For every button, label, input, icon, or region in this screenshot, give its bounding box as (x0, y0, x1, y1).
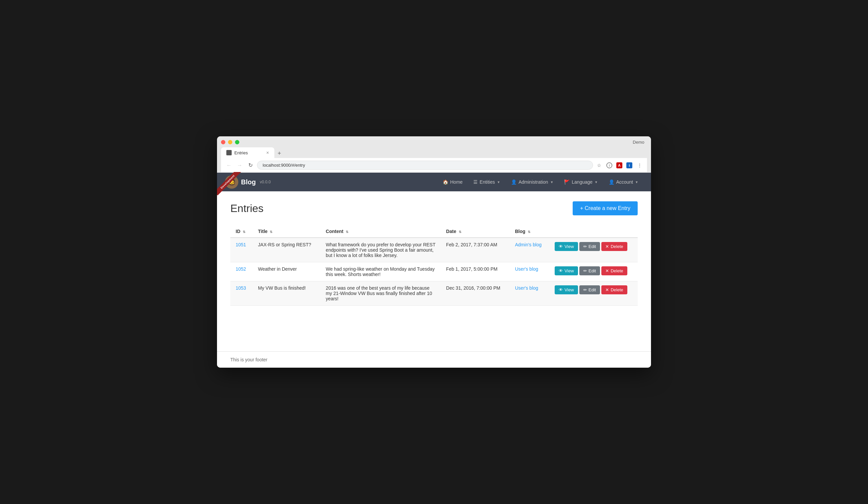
blog-link-0[interactable]: Admin's blog (515, 242, 542, 247)
col-date[interactable]: Date ⇅ (441, 225, 510, 238)
cell-date-2: Dec 31, 2016, 7:00:00 PM (441, 281, 510, 306)
nav-account[interactable]: 👤 Account ▼ (604, 177, 643, 187)
menu-icon[interactable]: ⋮ (636, 162, 643, 169)
entities-caret: ▼ (497, 180, 500, 184)
cell-blog-0: Admin's blog (510, 238, 549, 262)
toolbar-icons: ☆ i A i ⋮ (596, 162, 643, 169)
app-content: Development 🧔 Blog v0.0.0 🏠 Home ☰ Entit… (217, 173, 651, 368)
close-dot[interactable] (221, 140, 225, 144)
entities-icon: ☰ (473, 179, 478, 185)
active-tab[interactable]: Entries × (221, 147, 274, 158)
sort-content-icon: ⇅ (346, 230, 348, 234)
navbar-logo: 🧔 (225, 175, 238, 189)
nav-home-label: Home (450, 179, 463, 185)
entries-table: ID ⇅ Title ⇅ Content ⇅ Date (230, 225, 638, 306)
page-header: Entries + Create a new Entry (230, 201, 638, 215)
cell-blog-1: User's blog (510, 262, 549, 281)
eye-icon: 👁 (559, 287, 563, 292)
back-button[interactable]: ← (225, 161, 233, 169)
col-actions (549, 225, 638, 238)
cell-blog-2: User's blog (510, 281, 549, 306)
sort-date-icon: ⇅ (459, 230, 461, 234)
administration-icon: 👤 (511, 179, 517, 185)
address-bar: ← → ↻ ☆ i A i ⋮ (221, 158, 647, 173)
administration-caret: ▼ (550, 180, 553, 184)
edit-button-2[interactable]: ✏ Edit (579, 285, 600, 294)
delete-button-2[interactable]: ✕ Delete (601, 285, 627, 294)
entry-id-link-2[interactable]: 1053 (236, 285, 246, 291)
info-icon[interactable]: i (606, 162, 612, 168)
edit-button-1[interactable]: ✏ Edit (579, 266, 600, 275)
col-content[interactable]: Content ⇅ (320, 225, 441, 238)
star-icon[interactable]: ☆ (596, 162, 602, 169)
refresh-button[interactable]: ↻ (246, 161, 254, 169)
demo-label: Demo (633, 140, 644, 145)
cell-actions-0: 👁 View ✏ Edit ✕ Delete (549, 238, 638, 262)
delete-button-0[interactable]: ✕ Delete (601, 242, 627, 251)
page-title: Entries (230, 202, 264, 215)
eye-icon: 👁 (559, 268, 563, 273)
footer-text: This is your footer (230, 357, 267, 362)
edit-button-0[interactable]: ✏ Edit (579, 242, 600, 251)
language-caret: ▼ (595, 180, 598, 184)
address-input[interactable] (257, 161, 593, 170)
cell-date-0: Feb 2, 2017, 7:37:00 AM (441, 238, 510, 262)
x-icon: ✕ (605, 268, 609, 273)
blog-link-2[interactable]: User's blog (515, 285, 538, 291)
cell-actions-2: 👁 View ✏ Edit ✕ Delete (549, 281, 638, 306)
view-button-2[interactable]: 👁 View (555, 285, 578, 294)
forward-button[interactable]: → (236, 161, 244, 169)
cell-date-1: Feb 1, 2017, 5:00:00 PM (441, 262, 510, 281)
tab-close-button[interactable]: × (266, 150, 269, 155)
cell-id-2: 1053 (230, 281, 253, 306)
blog-link-1[interactable]: User's blog (515, 266, 538, 272)
nav-administration-label: Administration (519, 179, 548, 185)
browser-chrome: Demo Entries × + ← → ↻ ☆ i A i ⋮ (217, 136, 651, 173)
delete-button-1[interactable]: ✕ Delete (601, 266, 627, 275)
table-row: 1053 My VW Bus is finished! 2016 was one… (230, 281, 638, 306)
nav-entities-label: Entities (480, 179, 495, 185)
tab-title: Entries (234, 150, 248, 155)
actions-cell-0: 👁 View ✏ Edit ✕ Delete (555, 242, 632, 251)
account-caret: ▼ (635, 180, 638, 184)
browser-window: Demo Entries × + ← → ↻ ☆ i A i ⋮ (217, 136, 651, 368)
brand-version: v0.0.0 (260, 180, 271, 184)
sort-id-icon: ⇅ (243, 230, 245, 234)
navbar-nav: 🏠 Home ☰ Entities ▼ 👤 Administration ▼ 🚩… (438, 177, 643, 187)
app-footer: This is your footer (217, 351, 651, 368)
cell-actions-1: 👁 View ✏ Edit ✕ Delete (549, 262, 638, 281)
nav-entities[interactable]: ☰ Entities ▼ (469, 177, 505, 187)
table-row: 1051 JAX-RS or Spring REST? What framewo… (230, 238, 638, 262)
new-tab-button[interactable]: + (274, 149, 284, 158)
actions-cell-2: 👁 View ✏ Edit ✕ Delete (555, 285, 632, 294)
view-button-1[interactable]: 👁 View (555, 266, 578, 275)
tab-favicon (226, 150, 232, 155)
sort-blog-icon: ⇅ (528, 230, 530, 234)
cell-title-2: My VW Bus is finished! (253, 281, 320, 306)
table-row: 1052 Weather in Denver We had spring-lik… (230, 262, 638, 281)
browser-title-bar: Demo (221, 140, 647, 145)
maximize-dot[interactable] (235, 140, 239, 144)
col-id[interactable]: ID ⇅ (230, 225, 253, 238)
pencil-icon: ✏ (583, 244, 587, 249)
minimize-dot[interactable] (228, 140, 232, 144)
nav-language[interactable]: 🚩 Language ▼ (559, 177, 602, 187)
cell-id-1: 1052 (230, 262, 253, 281)
extension-icon[interactable]: i (626, 162, 632, 168)
nav-administration[interactable]: 👤 Administration ▼ (506, 177, 558, 187)
actions-cell-1: 👁 View ✏ Edit ✕ Delete (555, 266, 632, 275)
navbar: Development 🧔 Blog v0.0.0 🏠 Home ☰ Entit… (217, 173, 651, 191)
entry-id-link-0[interactable]: 1051 (236, 242, 246, 247)
entry-id-link-1[interactable]: 1052 (236, 266, 246, 272)
create-entry-button[interactable]: + Create a new Entry (573, 201, 638, 215)
table-body: 1051 JAX-RS or Spring REST? What framewo… (230, 238, 638, 306)
col-blog[interactable]: Blog ⇅ (510, 225, 549, 238)
cell-content-1: We had spring-like weather on Monday and… (320, 262, 441, 281)
col-title[interactable]: Title ⇅ (253, 225, 320, 238)
nav-language-label: Language (572, 179, 592, 185)
adblock-icon[interactable]: A (616, 162, 622, 168)
brand-name: Blog (241, 178, 256, 186)
language-icon: 🚩 (564, 179, 570, 185)
view-button-0[interactable]: 👁 View (555, 242, 578, 251)
nav-home[interactable]: 🏠 Home (438, 177, 467, 187)
